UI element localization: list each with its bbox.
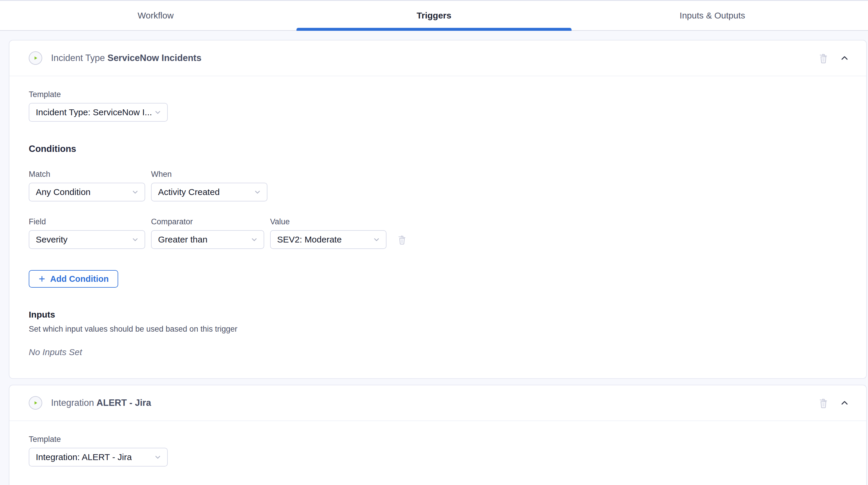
trigger-card-title: Integration ALERT - Jira	[51, 398, 151, 408]
trigger-name: ServiceNow Incidents	[107, 53, 201, 63]
add-condition-button[interactable]: Add Condition	[29, 270, 118, 287]
delete-trigger-button[interactable]	[818, 52, 829, 64]
collapse-trigger-button[interactable]	[840, 398, 849, 407]
inputs-description: Set which input values should be used ba…	[29, 324, 847, 334]
template-select[interactable]: Incident Type: ServiceNow I...	[29, 103, 168, 122]
trigger-card-title: Incident Type ServiceNow Incidents	[51, 53, 202, 63]
chevron-down-icon	[154, 109, 161, 116]
when-select[interactable]: Activity Created	[151, 183, 268, 202]
tab-triggers[interactable]: Triggers	[295, 1, 573, 30]
comparator-label: Comparator	[151, 217, 264, 227]
trigger-name: ALERT - Jira	[96, 398, 151, 408]
chevron-up-icon	[840, 398, 849, 407]
template-label: Template	[29, 89, 847, 99]
tab-inputs-outputs[interactable]: Inputs & Outputs	[573, 1, 851, 30]
collapse-trigger-button[interactable]	[840, 53, 849, 63]
chevron-down-icon	[132, 236, 139, 243]
match-label: Match	[29, 169, 145, 179]
when-select-value: Activity Created	[158, 187, 220, 197]
template-select-value: Integration: ALERT - Jira	[36, 452, 132, 462]
template-label: Template	[29, 434, 847, 444]
play-icon	[29, 51, 42, 65]
trash-icon	[397, 234, 407, 245]
value-label: Value	[270, 217, 386, 227]
when-label: When	[151, 169, 268, 179]
chevron-down-icon	[373, 236, 380, 243]
condition-row: Field Severity Comparator Greater than	[29, 217, 847, 249]
plus-icon	[38, 275, 46, 283]
trash-icon	[818, 397, 829, 409]
tab-workflow-label: Workflow	[137, 10, 174, 21]
comparator-select[interactable]: Greater than	[151, 230, 264, 249]
field-label: Field	[29, 217, 145, 227]
trigger-type-label: Incident Type	[51, 53, 107, 63]
comparator-select-value: Greater than	[158, 235, 207, 245]
chevron-down-icon	[251, 236, 258, 243]
triggers-page: Workflow Triggers Inputs & Outputs Incid…	[0, 0, 868, 485]
tab-triggers-label: Triggers	[417, 10, 451, 21]
inputs-heading: Inputs	[29, 309, 847, 320]
tab-workflow[interactable]: Workflow	[17, 1, 295, 30]
delete-condition-button[interactable]	[397, 234, 407, 245]
active-tab-underline	[297, 28, 571, 31]
trigger-card-integration: Integration ALERT - Jira	[9, 385, 867, 485]
conditions-heading: Conditions	[29, 143, 847, 154]
trigger-type-label: Integration	[51, 398, 96, 408]
tab-inputs-outputs-label: Inputs & Outputs	[680, 10, 745, 21]
trigger-card-incident-type: Incident Type ServiceNow Incidents	[9, 40, 867, 379]
value-select[interactable]: SEV2: Moderate	[270, 230, 386, 249]
chevron-down-icon	[254, 188, 261, 195]
value-select-value: SEV2: Moderate	[277, 235, 342, 245]
trigger-card-header: Incident Type ServiceNow Incidents	[9, 40, 866, 76]
play-icon	[29, 396, 42, 410]
chevron-up-icon	[840, 53, 849, 63]
field-select[interactable]: Severity	[29, 230, 145, 249]
chevron-down-icon	[132, 188, 139, 195]
add-condition-label: Add Condition	[50, 274, 109, 284]
tab-bar: Workflow Triggers Inputs & Outputs	[0, 0, 868, 31]
delete-trigger-button[interactable]	[818, 397, 829, 409]
trash-icon	[818, 52, 829, 64]
field-select-value: Severity	[36, 235, 67, 245]
trigger-card-header: Integration ALERT - Jira	[9, 385, 866, 421]
match-select[interactable]: Any Condition	[29, 183, 145, 202]
template-select-value: Incident Type: ServiceNow I...	[36, 107, 152, 117]
match-select-value: Any Condition	[36, 187, 91, 197]
chevron-down-icon	[154, 454, 161, 461]
template-select[interactable]: Integration: ALERT - Jira	[29, 448, 168, 466]
no-inputs-set-text: No Inputs Set	[29, 347, 847, 358]
